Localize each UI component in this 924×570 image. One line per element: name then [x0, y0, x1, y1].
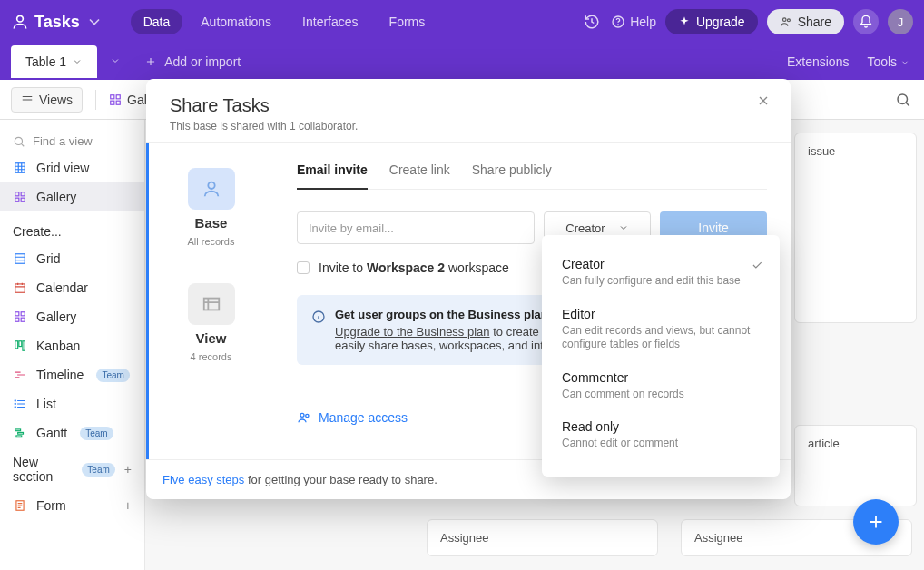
share-tabs: Email invite Create link Share publicly	[297, 159, 767, 190]
svg-point-36	[306, 414, 309, 417]
create-timeline[interactable]: TimelineTeam	[0, 360, 144, 389]
sidebar-view-gallery[interactable]: Gallery	[0, 182, 144, 211]
find-view-placeholder: Find a view	[33, 134, 93, 148]
avatar[interactable]: J	[888, 9, 913, 34]
gallery-icon	[109, 93, 122, 106]
history-icon[interactable]	[582, 12, 602, 32]
sidebar-item-label: Kanban	[36, 339, 80, 353]
scope-rail: Base All records View 4 records	[146, 142, 273, 459]
extensions-link[interactable]: Extensions	[787, 54, 849, 69]
scope-label: Base	[195, 215, 228, 231]
search-button[interactable]	[893, 90, 913, 110]
plus-icon	[144, 55, 157, 68]
close-button[interactable]	[756, 93, 771, 112]
chevron-down-icon	[900, 58, 909, 67]
sparkle-icon	[678, 15, 691, 28]
create-grid[interactable]: Grid	[0, 244, 144, 273]
svg-point-4	[787, 19, 790, 22]
svg-point-35	[300, 413, 304, 417]
table-tab[interactable]: Table 1	[11, 45, 97, 78]
chevron-down-icon	[72, 56, 83, 67]
share-tab-email[interactable]: Email invite	[297, 159, 368, 190]
role-option-creator[interactable]: Creator Can fully configure and edit thi…	[542, 250, 780, 300]
share-tab-public[interactable]: Share publicly	[472, 159, 552, 189]
tools-link[interactable]: Tools	[867, 54, 909, 69]
sidebar-item-label: Grid	[36, 251, 60, 266]
create-gantt[interactable]: GanttTeam	[0, 418, 144, 447]
divider	[95, 90, 96, 110]
help-link[interactable]: Help	[611, 15, 656, 29]
help-label: Help	[630, 15, 656, 29]
svg-rect-16	[15, 254, 25, 264]
add-record-fab[interactable]	[853, 499, 899, 545]
create-new-section[interactable]: New sectionTeam+	[0, 447, 144, 491]
svg-rect-30	[16, 436, 22, 437]
tab-data[interactable]: Data	[131, 9, 183, 34]
avatar-initial: J	[898, 15, 904, 29]
tables-dropdown[interactable]	[97, 54, 133, 70]
create-kanban[interactable]: Kanban	[0, 331, 144, 360]
svg-point-2	[618, 25, 619, 25]
upgrade-button[interactable]: Upgrade	[665, 9, 758, 34]
current-view[interactable]: Gal	[109, 93, 147, 107]
chevron-down-icon	[110, 55, 121, 66]
role-option-editor[interactable]: Editor Can edit records and views, but c…	[542, 300, 780, 363]
top-nav: Tasks Data Automations Interfaces Forms …	[0, 0, 924, 44]
scope-base[interactable]: Base All records	[188, 168, 235, 247]
svg-rect-19	[21, 312, 25, 316]
svg-point-0	[17, 15, 24, 22]
tab-automations[interactable]: Automations	[188, 9, 284, 34]
role-option-commenter[interactable]: Commenter Can comment on records	[542, 363, 780, 413]
brand[interactable]: Tasks	[11, 13, 103, 32]
svg-rect-14	[15, 198, 19, 201]
sidebar-view-grid[interactable]: Grid view	[0, 153, 144, 182]
calendar-icon	[13, 280, 27, 295]
create-list[interactable]: List	[0, 389, 144, 418]
footer-link[interactable]: Five easy steps	[162, 473, 244, 486]
svg-point-25	[15, 400, 15, 401]
role-desc: Can fully configure and edit this base	[562, 274, 760, 289]
svg-rect-18	[15, 312, 19, 316]
kanban-icon	[13, 339, 27, 353]
plus-icon: +	[124, 462, 132, 477]
role-desc: Can comment on records	[562, 388, 760, 402]
views-label: Views	[39, 93, 73, 107]
svg-point-26	[15, 403, 15, 404]
sidebar-item-label: Gantt	[36, 426, 67, 440]
create-calendar[interactable]: Calendar	[0, 273, 144, 302]
views-button[interactable]: Views	[11, 87, 83, 113]
svg-rect-13	[21, 192, 25, 196]
info-icon	[311, 310, 326, 324]
record-card[interactable]: article	[794, 425, 917, 506]
share-button[interactable]: Share	[767, 9, 844, 34]
sidebar-item-label: List	[36, 397, 56, 411]
role-option-readonly[interactable]: Read only Cannot edit or comment	[542, 412, 780, 462]
svg-rect-28	[15, 429, 21, 431]
invite-email-input[interactable]	[297, 211, 535, 244]
svg-rect-21	[21, 318, 25, 321]
upgrade-label: Upgrade	[696, 15, 745, 29]
modal-subtitle: This base is shared with 1 collaborator.	[170, 120, 767, 133]
svg-rect-22	[15, 341, 18, 349]
svg-rect-33	[203, 299, 219, 310]
notifications-button[interactable]	[853, 9, 879, 34]
record-card[interactable]: Assignee	[427, 519, 658, 556]
sidebar: Find a view Grid view Gallery Create... …	[0, 120, 145, 570]
create-form[interactable]: Form+	[0, 491, 144, 520]
create-gallery[interactable]: Gallery	[0, 302, 144, 331]
banner-upgrade-link[interactable]: Upgrade to the Business plan	[335, 325, 490, 339]
add-table-button[interactable]: Add or import	[133, 54, 251, 69]
table-bar: Table 1 Add or import Extensions Tools	[0, 44, 924, 80]
share-tab-link[interactable]: Create link	[389, 159, 450, 189]
svg-rect-24	[23, 341, 25, 351]
record-card[interactable]: issue	[794, 133, 917, 323]
tab-interfaces[interactable]: Interfaces	[290, 9, 370, 34]
workspace-checkbox[interactable]	[297, 261, 310, 274]
form-icon	[13, 498, 27, 513]
table-tab-label: Table 1	[25, 54, 66, 69]
find-view-input[interactable]: Find a view	[0, 129, 144, 153]
modal-title: Share Tasks	[170, 95, 767, 116]
help-icon	[611, 15, 625, 29]
tab-forms[interactable]: Forms	[377, 9, 438, 34]
scope-view[interactable]: View 4 records	[188, 283, 235, 362]
